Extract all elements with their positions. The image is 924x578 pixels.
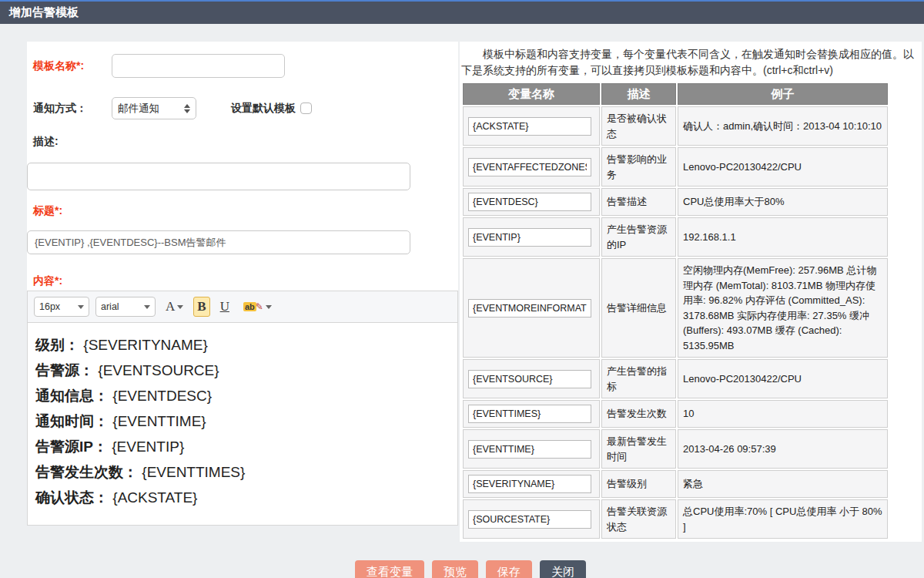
variable-description-cell: 告警影响的业务 (601, 147, 676, 187)
variable-example-cell: 总CPU使用率:70% [ CPU总使用率 小于 80% ] (678, 499, 888, 539)
default-template-label: 设置默认模板 (231, 102, 296, 116)
column-header-example: 例子 (678, 83, 888, 105)
content-line-variable: {ACKSTATE} (112, 489, 197, 506)
variable-name-cell (463, 400, 600, 428)
table-row: 告警描述 CPU总使用率大于80% (463, 188, 888, 216)
content-label: 内容*: (33, 274, 458, 288)
content-line-label: 告警源： (35, 362, 94, 378)
footer-button[interactable]: 保存 (486, 560, 532, 578)
variable-description-cell: 最新告警发生时间 (601, 429, 676, 469)
variable-name-input[interactable] (468, 158, 591, 176)
variable-example-cell: 192.168.1.1 (678, 217, 888, 257)
variable-name-cell (463, 106, 600, 146)
template-name-input[interactable] (112, 54, 285, 78)
editor-content-area[interactable]: 级别： {SEVERITYNAME} 告警源： {EVENTSOURCE} 通知… (28, 323, 457, 525)
footer-button-bar: 查看变量 预览 保存 关闭 (0, 560, 924, 578)
editor-content-line: 通知时间： {EVENTTIME} (35, 408, 450, 434)
variable-example-cell: CPU总使用率大于80% (678, 188, 888, 216)
variables-help-panel: 模板中标题和内容支持变量，每个变量代表不同含义，在触发通知时会替换成相应的值。以… (460, 42, 922, 542)
content-line-variable: {EVENTTIMES} (142, 464, 245, 480)
variable-description-cell: 产生告警的指标 (601, 359, 676, 398)
content-line-variable: {EVENTTIME} (112, 413, 206, 429)
content-line-variable: {EVENTIP} (112, 439, 184, 455)
template-name-label: 模板名称*: (33, 59, 112, 73)
content-line-label: 告警发生次数： (35, 464, 138, 480)
chevron-down-icon (266, 305, 272, 309)
variable-name-cell (463, 359, 600, 398)
table-row: 告警详细信息 空闲物理内存(MemFree): 257.96MB 总计物理内存 … (463, 258, 888, 358)
description-label: 描述: (33, 135, 458, 149)
font-size-value: 16px (39, 301, 78, 312)
variable-description-cell: 告警发生次数 (601, 400, 676, 428)
title-label: 标题*: (33, 204, 458, 218)
variable-name-cell (463, 188, 600, 216)
underline-icon: U (220, 299, 229, 314)
variable-example-cell: 确认人：admin,确认时间：2013-04 10:10:10 (678, 106, 888, 146)
variable-name-input[interactable] (468, 193, 591, 211)
content-line-variable: {EVENTSOURCE} (98, 362, 219, 378)
footer-button[interactable]: 预览 (432, 560, 478, 578)
page-title: 增加告警模板 (9, 5, 79, 20)
variable-name-input[interactable] (468, 475, 591, 493)
description-input[interactable] (27, 163, 410, 190)
variable-description-cell: 产生告警资源的IP (601, 217, 676, 257)
font-color-button[interactable]: A (162, 297, 187, 317)
variable-example-cell: Lenovo-PC20130422/CPU (678, 359, 888, 398)
editor-content-line: 通知信息： {EVENTDESC} (35, 383, 450, 408)
default-template-checkbox[interactable] (300, 102, 312, 114)
footer-button[interactable]: 关闭 (540, 560, 586, 578)
pencil-icon: ✎ (256, 301, 263, 313)
table-row: 最新告警发生时间 2013-04-26 09:57:39 (463, 429, 888, 469)
variable-name-input[interactable] (468, 117, 591, 136)
content-line-label: 告警源IP： (35, 439, 108, 455)
content-line-variable: {SEVERITYNAME} (83, 337, 208, 353)
content-line-label: 通知信息： (35, 388, 109, 404)
select-stepper-icon (184, 104, 190, 113)
bold-button[interactable]: B (193, 297, 209, 317)
notify-method-value: 邮件通知 (118, 102, 184, 116)
editor-content-line: 确认状态： {ACKSTATE} (35, 485, 450, 510)
column-header-description: 描述 (601, 83, 676, 105)
template-form-panel: 模板名称*: 通知方式： 邮件通知 设置默认模板 描述: 标题*: 内容*: 1… (27, 42, 458, 526)
font-family-select[interactable]: arial (95, 297, 156, 317)
font-size-select[interactable]: 16px (34, 297, 89, 317)
column-header-variable-name: 变量名称 (463, 83, 600, 105)
variable-name-input[interactable] (468, 405, 591, 423)
font-family-value: arial (101, 301, 144, 312)
variable-name-cell (463, 499, 600, 539)
table-row: 告警发生次数 10 (463, 400, 888, 428)
footer-button[interactable]: 查看变量 (355, 560, 424, 578)
variable-example-cell: Lenovo-PC20130422/CPU (678, 147, 888, 187)
table-row: 告警关联资源状态 总CPU使用率:70% [ CPU总使用率 小于 80% ] (463, 499, 888, 539)
editor-content-line: 级别： {SEVERITYNAME} (35, 332, 450, 358)
variable-name-cell (463, 217, 600, 257)
variable-name-input[interactable] (468, 299, 591, 318)
variable-description-cell: 告警关联资源状态 (601, 499, 676, 539)
variable-name-input[interactable] (468, 370, 591, 388)
table-row: 告警级别 紧急 (463, 470, 888, 498)
variable-description-cell: 告警详细信息 (601, 258, 676, 358)
chevron-down-icon (78, 305, 84, 309)
editor-toolbar: 16px arial A B U ab (28, 291, 457, 323)
variable-example-cell: 紧急 (678, 470, 888, 498)
bold-icon: B (197, 299, 206, 314)
content-line-label: 确认状态： (35, 489, 109, 506)
editor-content-line: 告警源： {EVENTSOURCE} (35, 358, 450, 383)
notify-method-label: 通知方式： (33, 102, 112, 116)
content-line-label: 级别： (35, 337, 79, 353)
title-input[interactable] (27, 230, 410, 254)
notify-method-select[interactable]: 邮件通知 (112, 97, 196, 119)
variable-description-cell: 告警级别 (601, 470, 676, 498)
highlight-button[interactable]: ab ✎ (239, 299, 276, 315)
variable-name-cell (463, 470, 600, 498)
editor-content-line: 告警发生次数： {EVENTTIMES} (35, 459, 450, 485)
variable-name-input[interactable] (468, 228, 591, 247)
table-row: 产生告警资源的IP 192.168.1.1 (463, 217, 888, 257)
variable-name-cell (463, 258, 600, 358)
underline-button[interactable]: U (216, 297, 233, 317)
variable-name-input[interactable] (468, 440, 591, 459)
variable-name-input[interactable] (468, 510, 591, 529)
editor-content-line: 告警源IP： {EVENTIP} (35, 434, 450, 459)
table-row: 告警影响的业务 Lenovo-PC20130422/CPU (463, 147, 888, 187)
chevron-down-icon (144, 305, 150, 309)
